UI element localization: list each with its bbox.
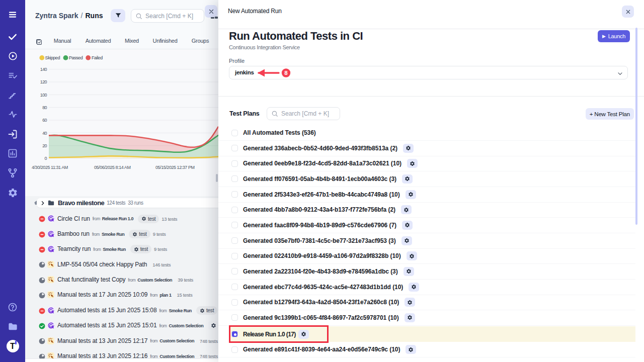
svg-text:8: 8 (284, 70, 288, 76)
svg-text:Failed: Failed (92, 55, 103, 60)
svg-text:Skipped: Skipped (45, 55, 60, 60)
svg-text:60: 60 (42, 118, 47, 123)
svg-text:0: 0 (45, 156, 47, 161)
svg-text:20: 20 (42, 143, 47, 148)
svg-text:140: 140 (40, 67, 47, 72)
svg-text:40: 40 (42, 131, 47, 136)
svg-text:120: 120 (40, 79, 47, 84)
svg-text:80: 80 (42, 105, 47, 110)
svg-text:Passed: Passed (69, 55, 83, 60)
svg-text:100: 100 (40, 93, 47, 98)
svg-text:4/30/2025 11:31 AM: 4/30/2025 11:31 AM (32, 165, 68, 170)
svg-text:05/06/2025 8:14 AM: 05/06/2025 8:14 AM (94, 165, 130, 170)
svg-text:05/15/2025 12:37 PM: 05/15/2025 12:37 PM (155, 165, 195, 170)
